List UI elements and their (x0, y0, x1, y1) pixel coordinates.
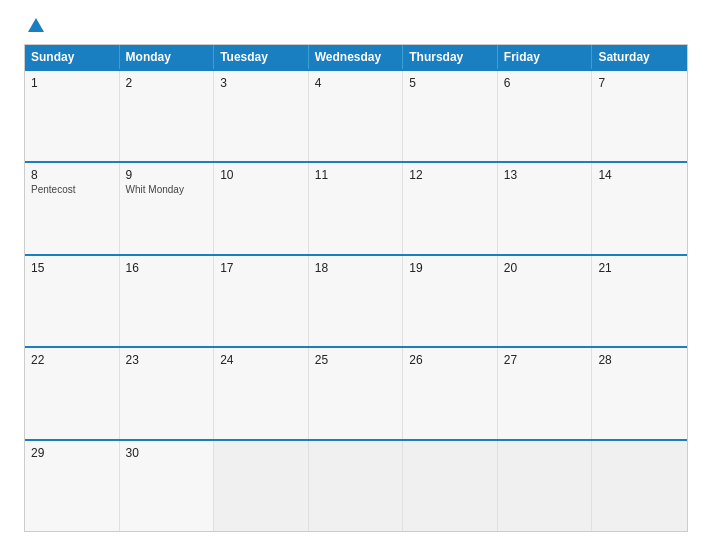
calendar-week-1: 1234567 (25, 69, 687, 161)
cal-cell-21: 21 (592, 256, 687, 346)
day-number: 7 (598, 76, 681, 90)
day-number: 21 (598, 261, 681, 275)
cal-cell-25: 25 (309, 348, 404, 438)
day-number: 25 (315, 353, 397, 367)
calendar-header-row: SundayMondayTuesdayWednesdayThursdayFrid… (25, 45, 687, 69)
cal-cell-10: 10 (214, 163, 309, 253)
day-number: 19 (409, 261, 491, 275)
cal-cell-23: 23 (120, 348, 215, 438)
day-number: 24 (220, 353, 302, 367)
cal-cell-3: 3 (214, 71, 309, 161)
cal-cell-16: 16 (120, 256, 215, 346)
day-number: 30 (126, 446, 208, 460)
cal-cell-30: 30 (120, 441, 215, 531)
day-number: 9 (126, 168, 208, 182)
day-number: 8 (31, 168, 113, 182)
logo-triangle-icon (28, 18, 44, 32)
calendar-week-2: 8Pentecost9Whit Monday1011121314 (25, 161, 687, 253)
day-number: 23 (126, 353, 208, 367)
cal-cell-24: 24 (214, 348, 309, 438)
event-label: Pentecost (31, 184, 113, 195)
day-number: 29 (31, 446, 113, 460)
cal-cell-6: 6 (498, 71, 593, 161)
cal-cell-8: 8Pentecost (25, 163, 120, 253)
cal-cell-5: 5 (403, 71, 498, 161)
day-number: 26 (409, 353, 491, 367)
cal-cell-empty-2 (214, 441, 309, 531)
cal-cell-20: 20 (498, 256, 593, 346)
day-number: 22 (31, 353, 113, 367)
day-header-wednesday: Wednesday (309, 45, 404, 69)
cal-cell-empty-6 (592, 441, 687, 531)
cal-cell-empty-4 (403, 441, 498, 531)
calendar-week-5: 2930 (25, 439, 687, 531)
cal-cell-1: 1 (25, 71, 120, 161)
day-header-friday: Friday (498, 45, 593, 69)
day-header-sunday: Sunday (25, 45, 120, 69)
cal-cell-empty-5 (498, 441, 593, 531)
day-number: 11 (315, 168, 397, 182)
cal-cell-29: 29 (25, 441, 120, 531)
cal-cell-12: 12 (403, 163, 498, 253)
day-number: 5 (409, 76, 491, 90)
cal-cell-26: 26 (403, 348, 498, 438)
day-number: 6 (504, 76, 586, 90)
cal-cell-18: 18 (309, 256, 404, 346)
day-number: 27 (504, 353, 586, 367)
calendar-page: SundayMondayTuesdayWednesdayThursdayFrid… (0, 0, 712, 550)
cal-cell-11: 11 (309, 163, 404, 253)
cal-cell-19: 19 (403, 256, 498, 346)
cal-cell-2: 2 (120, 71, 215, 161)
cal-cell-27: 27 (498, 348, 593, 438)
day-header-monday: Monday (120, 45, 215, 69)
day-number: 4 (315, 76, 397, 90)
day-number: 16 (126, 261, 208, 275)
calendar-week-4: 22232425262728 (25, 346, 687, 438)
cal-cell-15: 15 (25, 256, 120, 346)
cal-cell-4: 4 (309, 71, 404, 161)
calendar-week-3: 15161718192021 (25, 254, 687, 346)
day-number: 1 (31, 76, 113, 90)
day-header-thursday: Thursday (403, 45, 498, 69)
day-number: 20 (504, 261, 586, 275)
cal-cell-9: 9Whit Monday (120, 163, 215, 253)
day-number: 13 (504, 168, 586, 182)
day-number: 18 (315, 261, 397, 275)
calendar-body: 12345678Pentecost9Whit Monday10111213141… (25, 69, 687, 531)
page-header (24, 18, 688, 34)
day-number: 12 (409, 168, 491, 182)
cal-cell-empty-3 (309, 441, 404, 531)
cal-cell-17: 17 (214, 256, 309, 346)
day-number: 15 (31, 261, 113, 275)
logo (24, 18, 44, 34)
day-number: 3 (220, 76, 302, 90)
event-label: Whit Monday (126, 184, 208, 195)
day-header-tuesday: Tuesday (214, 45, 309, 69)
day-number: 17 (220, 261, 302, 275)
cal-cell-28: 28 (592, 348, 687, 438)
day-number: 2 (126, 76, 208, 90)
day-number: 14 (598, 168, 681, 182)
day-number: 28 (598, 353, 681, 367)
cal-cell-14: 14 (592, 163, 687, 253)
day-header-saturday: Saturday (592, 45, 687, 69)
cal-cell-22: 22 (25, 348, 120, 438)
day-number: 10 (220, 168, 302, 182)
cal-cell-13: 13 (498, 163, 593, 253)
cal-cell-7: 7 (592, 71, 687, 161)
calendar-grid: SundayMondayTuesdayWednesdayThursdayFrid… (24, 44, 688, 532)
